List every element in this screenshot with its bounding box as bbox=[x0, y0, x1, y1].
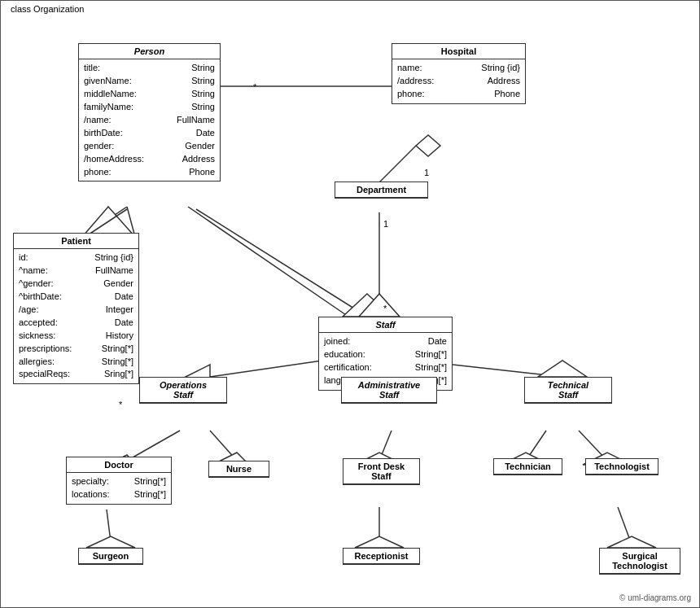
class-technician-title: Technician bbox=[494, 459, 562, 475]
class-surgical-technologist: SurgicalTechnologist bbox=[599, 548, 680, 575]
svg-line-6 bbox=[196, 209, 367, 317]
svg-marker-37 bbox=[355, 536, 404, 548]
class-technical-staff-title: TechnicalStaff bbox=[525, 378, 611, 403]
class-patient-title: Patient bbox=[14, 234, 138, 249]
svg-line-32 bbox=[579, 431, 607, 461]
class-person-title: Person bbox=[79, 44, 220, 59]
svg-line-26 bbox=[210, 431, 237, 461]
svg-text:*: * bbox=[383, 304, 387, 313]
svg-line-38 bbox=[618, 507, 632, 545]
svg-text:*: * bbox=[119, 400, 123, 409]
copyright-text: © uml-diagrams.org bbox=[619, 593, 691, 602]
svg-marker-39 bbox=[607, 536, 656, 548]
diagram-container: class Organization 1 * * bbox=[0, 0, 700, 608]
svg-line-8 bbox=[379, 146, 416, 182]
class-hospital: Hospital name:String {id} /address:Addre… bbox=[392, 43, 526, 104]
class-technical-staff: TechnicalStaff bbox=[524, 377, 612, 404]
svg-marker-35 bbox=[86, 536, 135, 548]
class-administrative-staff: AdministrativeStaff bbox=[341, 377, 437, 404]
class-technologist: Technologist bbox=[585, 458, 658, 475]
class-receptionist: Receptionist bbox=[343, 548, 420, 565]
diagram-title: class Organization bbox=[7, 4, 88, 14]
class-patient: Patient id:String {id} ^name:FullName ^g… bbox=[13, 233, 139, 384]
class-technologist-title: Technologist bbox=[586, 459, 658, 475]
class-doctor-body: specialty:String[*] locations:String[*] bbox=[67, 473, 171, 504]
class-hospital-title: Hospital bbox=[392, 44, 525, 59]
class-patient-body: id:String {id} ^name:FullName ^gender:Ge… bbox=[14, 249, 138, 383]
class-doctor-title: Doctor bbox=[67, 457, 171, 473]
class-technician: Technician bbox=[493, 458, 562, 475]
class-front-desk-staff-title: Front DeskStaff bbox=[343, 459, 419, 484]
svg-marker-15 bbox=[359, 294, 400, 317]
svg-line-34 bbox=[107, 510, 111, 542]
class-administrative-staff-title: AdministrativeStaff bbox=[342, 378, 436, 403]
class-department-title: Department bbox=[335, 182, 427, 198]
svg-text:*: * bbox=[253, 82, 257, 92]
class-front-desk-staff: Front DeskStaff bbox=[343, 458, 420, 485]
svg-text:1: 1 bbox=[383, 219, 388, 229]
svg-line-30 bbox=[526, 431, 546, 461]
class-surgical-technologist-title: SurgicalTechnologist bbox=[600, 549, 680, 574]
svg-text:1: 1 bbox=[424, 168, 429, 177]
svg-marker-9 bbox=[416, 135, 440, 156]
svg-line-3 bbox=[188, 207, 351, 318]
class-operations-staff: OperationsStaff bbox=[139, 377, 227, 404]
class-nurse: Nurse bbox=[208, 461, 269, 478]
class-person: Person title:String givenName:String mid… bbox=[78, 43, 221, 182]
class-nurse-title: Nurse bbox=[209, 461, 269, 477]
svg-line-28 bbox=[379, 431, 392, 461]
svg-marker-7 bbox=[343, 294, 392, 317]
class-surgeon: Surgeon bbox=[78, 548, 143, 565]
class-hospital-body: name:String {id} /address:Address phone:… bbox=[392, 59, 525, 103]
svg-marker-23 bbox=[538, 361, 587, 377]
class-person-body: title:String givenName:String middleName… bbox=[79, 59, 220, 181]
class-operations-staff-title: OperationsStaff bbox=[140, 378, 226, 403]
class-staff-title: Staff bbox=[319, 317, 452, 333]
class-department: Department bbox=[335, 182, 428, 199]
class-receptionist-title: Receptionist bbox=[343, 549, 419, 564]
svg-line-18 bbox=[210, 361, 322, 377]
class-surgeon-title: Surgeon bbox=[79, 549, 142, 564]
class-doctor: Doctor specialty:String[*] locations:Str… bbox=[66, 457, 172, 505]
